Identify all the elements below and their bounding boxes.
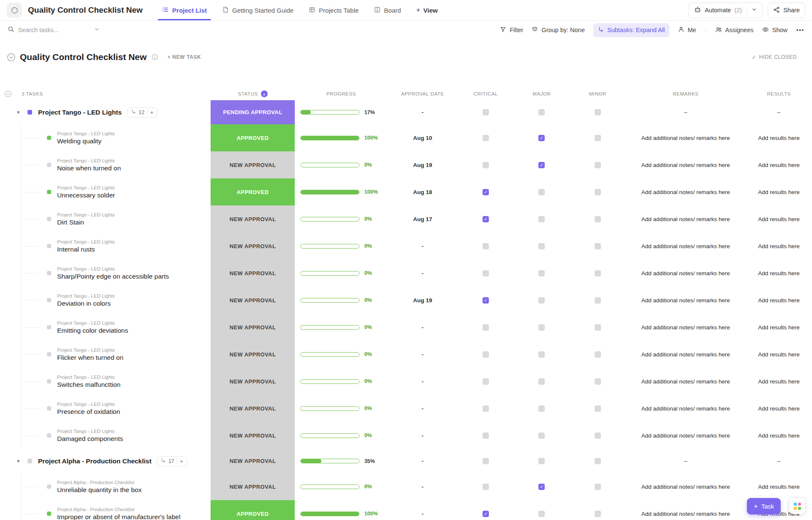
minor-checkbox-cell[interactable] bbox=[570, 422, 625, 449]
task-title[interactable]: Project Alpha - Production Checklist bbox=[38, 457, 151, 465]
minor-checkbox[interactable] bbox=[595, 297, 601, 304]
critical-checkbox[interactable] bbox=[483, 378, 489, 385]
critical-checkbox[interactable] bbox=[483, 243, 489, 249]
task-name-cell[interactable]: Project Tango - LED Lights Internal rust… bbox=[0, 233, 211, 260]
task-status-square-icon[interactable] bbox=[47, 136, 51, 140]
major-checkbox[interactable]: ✓ bbox=[538, 484, 545, 490]
status-cell[interactable]: APPROVED bbox=[211, 178, 295, 205]
major-checkbox-cell[interactable] bbox=[514, 500, 570, 520]
status-cell[interactable]: NEW APPROVAL bbox=[211, 422, 295, 449]
assignees-button[interactable]: Assignees bbox=[715, 26, 754, 34]
remarks-cell[interactable]: – bbox=[625, 449, 746, 473]
remarks-cell[interactable]: Add additional notes/ remarks here bbox=[625, 314, 746, 341]
automate-button[interactable]: Automate (2) bbox=[689, 3, 763, 18]
approval-date-cell[interactable]: Aug 17 bbox=[387, 205, 458, 233]
table-row[interactable]: Project Tango - LED Lights Presence of o… bbox=[0, 395, 812, 422]
add-view-button[interactable]: + View bbox=[416, 6, 438, 14]
minor-checkbox-cell[interactable] bbox=[570, 449, 625, 473]
new-task-button[interactable]: + NEW TASK bbox=[167, 54, 201, 60]
major-checkbox-cell[interactable] bbox=[514, 178, 570, 205]
task-title[interactable]: Flicker when turned on bbox=[57, 354, 123, 361]
remarks-cell[interactable]: Add additional notes/ remarks here bbox=[625, 205, 746, 233]
major-checkbox-cell[interactable]: ✓ bbox=[514, 124, 570, 151]
task-status-square-icon[interactable] bbox=[47, 244, 51, 248]
column-header-approval-date[interactable]: APPROVAL DATE bbox=[387, 91, 458, 96]
minor-checkbox-cell[interactable] bbox=[570, 205, 625, 233]
major-checkbox[interactable] bbox=[538, 109, 545, 115]
status-cell[interactable]: NEW APPROVAL bbox=[211, 205, 295, 233]
table-row[interactable]: Project Tango - LED Lights Sharp/Pointy … bbox=[0, 260, 812, 287]
critical-checkbox[interactable] bbox=[483, 484, 489, 490]
approval-date-cell[interactable]: - bbox=[387, 422, 458, 449]
status-cell[interactable]: PENDING APPROVAL bbox=[211, 100, 295, 124]
results-cell[interactable]: Add results here bbox=[746, 233, 812, 260]
remarks-cell[interactable]: Add additional notes/ remarks here bbox=[625, 124, 746, 151]
approval-date-cell[interactable]: - bbox=[387, 100, 458, 124]
remarks-cell[interactable]: Add additional notes/ remarks here bbox=[625, 500, 746, 520]
major-checkbox-cell[interactable] bbox=[514, 287, 570, 314]
minor-checkbox-cell[interactable] bbox=[570, 287, 625, 314]
status-cell[interactable]: NEW APPROVAL bbox=[211, 151, 295, 178]
tab-board[interactable]: Board bbox=[374, 0, 401, 20]
subtask-count-badge[interactable]: 17 + bbox=[157, 456, 187, 466]
column-header-status[interactable]: STATUS ▲ bbox=[211, 90, 295, 97]
remarks-cell[interactable]: Add additional notes/ remarks here bbox=[625, 287, 746, 314]
task-status-square-icon[interactable] bbox=[47, 406, 51, 411]
task-status-square-icon[interactable] bbox=[47, 379, 51, 383]
major-checkbox[interactable] bbox=[538, 243, 545, 249]
list-avatar-icon[interactable] bbox=[7, 3, 22, 18]
task-title[interactable]: Improper or absent of manufacturer's lab… bbox=[57, 513, 181, 520]
major-checkbox-cell[interactable] bbox=[514, 422, 570, 449]
minor-checkbox-cell[interactable] bbox=[570, 395, 625, 422]
task-title[interactable]: Welding quality bbox=[57, 137, 115, 145]
critical-checkbox[interactable] bbox=[483, 109, 489, 115]
task-title[interactable]: Presence of oxidation bbox=[57, 408, 120, 416]
task-name-cell[interactable]: Project Tango - LED Lights Damaged compo… bbox=[0, 422, 211, 449]
minor-checkbox[interactable] bbox=[595, 216, 601, 222]
critical-checkbox[interactable] bbox=[483, 162, 489, 168]
task-title[interactable]: Dirt Stain bbox=[57, 219, 115, 226]
critical-checkbox[interactable] bbox=[483, 351, 489, 358]
task-name-cell[interactable]: Project Tango - LED Lights Deviation in … bbox=[0, 287, 211, 314]
minor-checkbox[interactable] bbox=[595, 511, 601, 517]
status-cell[interactable]: NEW APPROVAL bbox=[211, 395, 295, 422]
minor-checkbox-cell[interactable] bbox=[570, 473, 625, 500]
results-cell[interactable]: Add results here bbox=[746, 422, 812, 449]
major-checkbox[interactable] bbox=[538, 216, 545, 222]
task-status-square-icon[interactable] bbox=[47, 190, 51, 194]
minor-checkbox-cell[interactable] bbox=[570, 500, 625, 520]
table-row[interactable]: ▾ Project Tango - LED Lights 12 + PENDIN… bbox=[0, 100, 812, 124]
minor-checkbox-cell[interactable] bbox=[570, 100, 625, 124]
table-row[interactable]: Project Tango - LED Lights Deviation in … bbox=[0, 287, 812, 314]
minor-checkbox[interactable] bbox=[595, 162, 601, 168]
task-name-cell[interactable]: Project Tango - LED Lights Dirt Stain bbox=[0, 205, 211, 233]
approval-date-cell[interactable]: - bbox=[387, 368, 458, 395]
minor-checkbox-cell[interactable] bbox=[570, 314, 625, 341]
task-title[interactable]: Project Tango - LED Lights bbox=[38, 109, 122, 116]
status-cell[interactable]: NEW APPROVAL bbox=[211, 473, 295, 500]
results-cell[interactable]: Add results here bbox=[746, 151, 812, 178]
task-name-cell[interactable]: Project Tango - LED Lights Presence of o… bbox=[0, 395, 211, 422]
subtask-count-badge[interactable]: 12 + bbox=[127, 107, 157, 118]
task-name-cell[interactable]: ▾ Project Tango - LED Lights 12 + bbox=[0, 100, 211, 124]
minor-checkbox-cell[interactable] bbox=[570, 124, 625, 151]
column-header-minor[interactable]: MINOR bbox=[570, 91, 625, 96]
critical-checkbox[interactable] bbox=[483, 432, 489, 439]
approval-date-cell[interactable]: Aug 19 bbox=[387, 287, 458, 314]
approval-date-cell[interactable]: - bbox=[387, 314, 458, 341]
table-row[interactable]: Project Tango - LED Lights Welding quali… bbox=[0, 124, 812, 151]
status-cell[interactable]: NEW APPROVAL bbox=[211, 368, 295, 395]
table-row[interactable]: Project Tango - LED Lights Dirt Stain NE… bbox=[0, 205, 812, 233]
task-name-cell[interactable]: Project Tango - LED Lights Flicker when … bbox=[0, 341, 211, 368]
critical-checkbox-cell[interactable]: ✓ bbox=[458, 287, 514, 314]
minor-checkbox[interactable] bbox=[595, 135, 601, 141]
tab-getting-started-guide[interactable]: Getting Started Guide bbox=[222, 0, 294, 20]
minor-checkbox[interactable] bbox=[595, 484, 601, 490]
table-row[interactable]: Project Alpha - Production Checklist Unr… bbox=[0, 473, 812, 500]
major-checkbox-cell[interactable] bbox=[514, 260, 570, 287]
critical-checkbox[interactable] bbox=[483, 324, 489, 331]
task-title[interactable]: Switches malfuncttion bbox=[57, 381, 121, 389]
task-status-square-icon[interactable] bbox=[27, 110, 32, 115]
minor-checkbox[interactable] bbox=[595, 109, 601, 115]
chevron-down-icon[interactable] bbox=[752, 7, 757, 14]
